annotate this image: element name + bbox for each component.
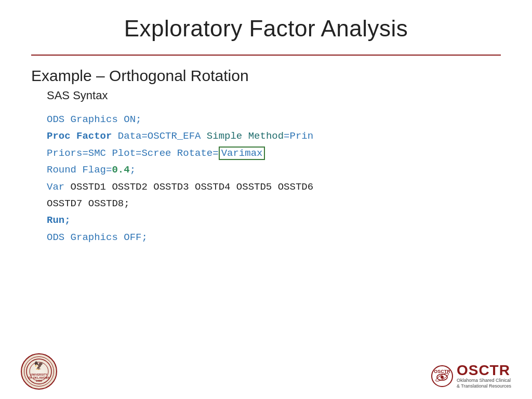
prin-value: =Prin <box>284 130 313 142</box>
university-seal: 🦅 UNIVERSITY OF OKLAHOMA 1890 <box>21 353 57 390</box>
osctr-icon: OSCTR <box>431 365 454 388</box>
code-block: ODS Graphics ON; Proc Factor Data=OSCTR_… <box>47 112 501 245</box>
proc-factor-data: Data=OSCTR_EFA <box>112 130 206 142</box>
svg-point-10 <box>441 376 444 379</box>
var-keyword: Var <box>47 181 71 193</box>
osctr-text: OSCTR Oklahoma Shared Clinical & Transla… <box>457 363 511 390</box>
code-line-1: ODS Graphics ON; <box>47 112 501 127</box>
osctr-title: OSCTR <box>457 363 511 378</box>
slide-title: Exploratory Factor Analysis <box>31 16 501 42</box>
seal-svg: 🦅 UNIVERSITY OF OKLAHOMA 1890 <box>25 358 52 385</box>
slide: Exploratory Factor Analysis Example – Or… <box>0 0 532 399</box>
section-heading: Example – Orthogonal Rotation <box>31 67 501 85</box>
title-area: Exploratory Factor Analysis <box>31 0 501 49</box>
code-line-5: Var OSSTD1 OSSTD2 OSSTD3 OSSTD4 OSSTD5 O… <box>47 179 501 195</box>
varimax-highlighted: Varimax <box>219 147 265 160</box>
priors-rotate: Priors=SMC Plot=Scree Rotate= <box>47 148 219 159</box>
code-line-2: Proc Factor Data=OSCTR_EFA Simple Method… <box>47 128 501 144</box>
simple-method: Simple Method <box>207 130 284 142</box>
flag-value: 0.4 <box>112 164 129 176</box>
code-line-7: Run; <box>47 212 501 228</box>
ods-graphics-on: ODS Graphics ON; <box>47 114 141 125</box>
flag-semicolon: ; <box>130 164 136 176</box>
run-keyword: Run; <box>47 215 71 226</box>
content-area: Example – Orthogonal Rotation SAS Syntax… <box>31 56 501 245</box>
osctr-subtitle-2: & Translational Resources <box>457 383 511 390</box>
code-line-4: Round Flag=0.4; <box>47 162 501 178</box>
code-line-3: Priors=SMC Plot=Scree Rotate=Varimax <box>47 145 501 161</box>
sub-heading: SAS Syntax <box>47 89 501 102</box>
osctr-logo: OSCTR OSCTR Oklahoma Shared Clinical & T… <box>431 363 511 390</box>
var-list-2: OSSTD7 OSSTD8; <box>47 198 130 209</box>
ods-graphics-off: ODS Graphics OFF; <box>47 232 148 243</box>
var-list-1: OSSTD1 OSSTD2 OSSTD3 OSSTD4 OSSTD5 OSSTD… <box>71 181 313 193</box>
footer: 🦅 UNIVERSITY OF OKLAHOMA 1890 OSCTR OSCT… <box>0 353 532 390</box>
round-flag: Round Flag= <box>47 164 112 176</box>
svg-text:🦅: 🦅 <box>34 361 44 370</box>
code-line-8: ODS Graphics OFF; <box>47 230 501 245</box>
seal-inner: 🦅 UNIVERSITY OF OKLAHOMA 1890 <box>24 356 54 387</box>
code-line-6: OSSTD7 OSSTD8; <box>47 196 501 211</box>
proc-factor-keyword: Proc Factor <box>47 130 112 142</box>
svg-text:1890: 1890 <box>36 379 42 382</box>
osctr-subtitle-1: Oklahoma Shared Clinical <box>457 378 511 384</box>
